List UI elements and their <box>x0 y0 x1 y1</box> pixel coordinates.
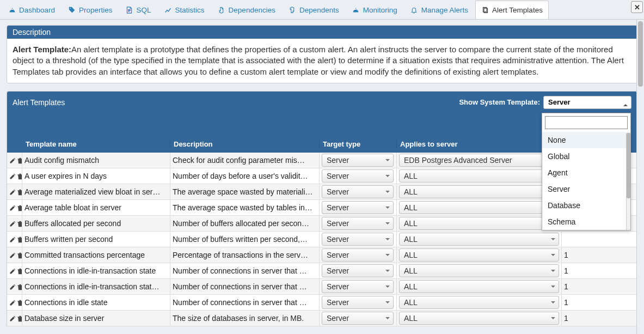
description-text: An alert template is a prototype that de… <box>13 45 624 76</box>
edit-icon[interactable] <box>9 157 16 163</box>
tab-label: Dashboard <box>19 6 55 14</box>
tab-label: Statistics <box>175 6 205 14</box>
edit-icon[interactable] <box>9 283 16 290</box>
tab-monitoring[interactable]: Monitoring <box>346 1 403 19</box>
cell-target: Server <box>320 295 397 310</box>
row-actions <box>7 263 22 278</box>
cell-server: ALL <box>397 279 562 294</box>
delete-icon[interactable] <box>17 189 22 195</box>
description-lead: Alert Template: <box>13 45 71 54</box>
target-type-select[interactable]: Server <box>322 248 394 262</box>
delete-icon[interactable] <box>17 283 22 290</box>
delete-icon[interactable] <box>17 173 22 179</box>
col-description[interactable]: Description <box>170 140 320 148</box>
system-template-value: Server <box>548 98 570 106</box>
delete-icon[interactable] <box>17 268 22 274</box>
tab-manage-alerts[interactable]: Manage Alerts <box>404 1 474 19</box>
target-type-select[interactable]: Server <box>322 233 394 246</box>
applies-to-server-select[interactable]: EDB Postgres Advanced Server <box>399 154 559 167</box>
delete-icon[interactable] <box>17 220 22 227</box>
applies-to-server-select[interactable]: ALL <box>399 280 559 293</box>
edit-icon[interactable] <box>9 173 16 179</box>
cell-value: 1 <box>562 295 637 310</box>
cell-description: Check for audit config parameter mis… <box>170 153 320 168</box>
applies-to-server-select[interactable]: ALL <box>399 264 559 277</box>
cell-server: ALL <box>397 263 562 278</box>
target-type-select[interactable]: Server <box>322 312 394 325</box>
scrollbar-thumb[interactable] <box>638 21 643 87</box>
dropdown-option[interactable]: None <box>542 132 630 148</box>
edit-icon[interactable] <box>9 220 16 227</box>
applies-to-server-select[interactable]: ALL <box>399 312 559 325</box>
edit-icon[interactable] <box>9 299 16 306</box>
delete-icon[interactable] <box>17 236 22 242</box>
dropdown-search-input[interactable] <box>545 116 628 129</box>
system-template-select[interactable]: Server <box>543 96 631 109</box>
cell-description: Percentage of transactions in the serv… <box>170 247 320 263</box>
cell-value: 1 <box>562 279 637 294</box>
applies-to-server-select[interactable]: ALL <box>399 169 559 183</box>
cell-value: 1 <box>562 311 637 326</box>
col-applies-to-server[interactable]: Applies to server <box>397 140 562 148</box>
tab-sql[interactable]: SQL <box>120 1 157 19</box>
delete-icon[interactable] <box>17 204 22 211</box>
cell-server: ALL <box>397 184 562 199</box>
col-template-name[interactable]: Template name <box>22 140 170 148</box>
dashboard-icon <box>8 6 16 14</box>
row-actions <box>7 247 22 263</box>
edit-icon[interactable] <box>9 236 16 242</box>
filter-label: Show System Template: <box>459 98 540 106</box>
tab-label: Dependencies <box>229 6 275 14</box>
delete-icon[interactable] <box>17 157 22 163</box>
edit-icon[interactable] <box>9 268 16 274</box>
cell-value <box>562 232 637 247</box>
target-type-select[interactable]: Server <box>322 264 394 277</box>
edit-icon[interactable] <box>9 204 16 211</box>
page-scrollbar[interactable] <box>636 20 644 334</box>
cell-description: Number of connections in server that … <box>170 279 320 294</box>
dropdown-scrollbar[interactable] <box>626 133 630 230</box>
cell-target: Server <box>320 184 397 199</box>
cell-server: ALL <box>397 216 562 231</box>
delete-icon[interactable] <box>17 299 22 306</box>
dropdown-option[interactable]: Agent <box>542 165 630 181</box>
tab-dashboard[interactable]: Dashboard <box>2 1 61 19</box>
cell-server: ALL <box>397 168 562 184</box>
edit-icon[interactable] <box>9 252 16 258</box>
applies-to-server-select[interactable]: ALL <box>399 185 559 198</box>
tab-alert-templates[interactable]: Alert Templates <box>475 1 549 19</box>
applies-to-server-select[interactable]: ALL <box>399 217 559 230</box>
tab-label: SQL <box>137 6 151 14</box>
delete-icon[interactable] <box>17 315 22 321</box>
tab-dependencies[interactable]: Dependencies <box>212 1 281 19</box>
cell-target: Server <box>320 279 397 294</box>
tab-statistics[interactable]: Statistics <box>158 1 211 19</box>
dropdown-option[interactable]: Server <box>542 181 630 197</box>
target-type-select[interactable]: Server <box>322 280 394 293</box>
target-type-select[interactable]: Server <box>322 185 394 198</box>
edit-icon[interactable] <box>9 315 16 321</box>
applies-to-server-select[interactable]: ALL <box>399 201 559 214</box>
col-target-type[interactable]: Target type <box>320 140 397 148</box>
target-type-select[interactable]: Server <box>322 201 394 214</box>
edit-icon[interactable] <box>9 189 16 195</box>
applies-to-server-select[interactable]: ALL <box>399 296 559 309</box>
target-type-select[interactable]: Server <box>322 296 394 309</box>
delete-icon[interactable] <box>17 252 22 258</box>
dropdown-option[interactable]: Schema <box>542 214 630 230</box>
target-type-select[interactable]: Server <box>322 154 394 167</box>
bell-icon <box>410 6 418 14</box>
panel-title: Alert Templates <box>13 98 65 107</box>
dropdown-option[interactable]: Global <box>542 148 630 165</box>
scrollbar-thumb[interactable] <box>627 133 630 198</box>
dropdown-option[interactable]: Database <box>542 197 630 214</box>
tab-properties[interactable]: Properties <box>62 1 119 19</box>
applies-to-server-select[interactable]: ALL <box>399 233 559 246</box>
target-type-select[interactable]: Server <box>322 217 394 230</box>
close-button[interactable]: ✕ <box>631 1 643 13</box>
target-type-select[interactable]: Server <box>322 169 394 183</box>
tab-dependents[interactable]: Dependents <box>283 1 345 19</box>
applies-to-server-select[interactable]: ALL <box>399 248 559 262</box>
document-icon <box>126 6 133 14</box>
table-row: Database size in serverThe size of datab… <box>7 311 637 326</box>
